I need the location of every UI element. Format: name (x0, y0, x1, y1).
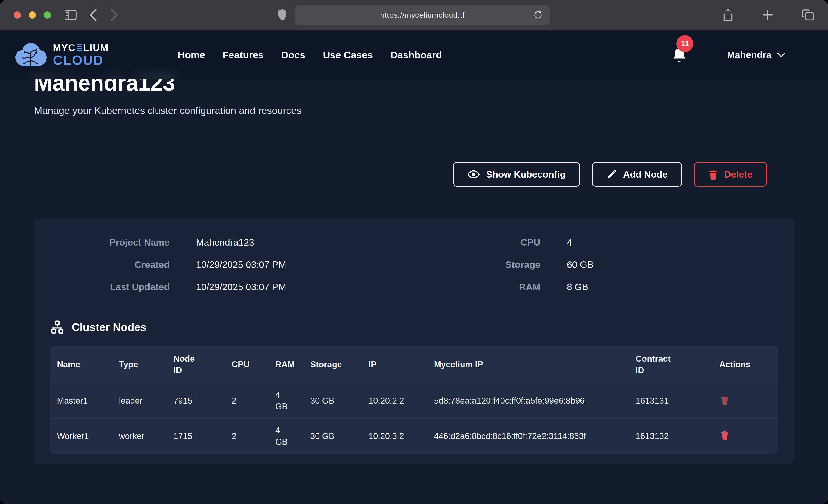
col-cpu: CPU (225, 346, 268, 383)
col-ram: RAM (268, 346, 303, 383)
cell-storage: 30 GB (303, 419, 362, 454)
col-type: Type (112, 346, 167, 383)
cell-name: Master1 (50, 383, 112, 419)
mycelium-cloud-logo-icon (14, 41, 48, 69)
new-tab-icon[interactable] (762, 9, 773, 20)
notifications-button[interactable]: 11 (672, 47, 687, 63)
address-bar[interactable]: https://myceliumcloud.tf (295, 5, 550, 25)
cell-ip: 10.20.2.2 (362, 383, 427, 419)
cell-mycelium-ip: 5d8:78ea:a120:f40c:ff0f:a5fe:99e6:8b96 (427, 383, 628, 419)
table-header-row: Name Type Node ID CPU RAM Storage IP Myc… (50, 346, 778, 383)
toolbar-right (723, 8, 814, 22)
sidebar-toggle-icon[interactable] (65, 10, 77, 20)
nav-item-dashboard[interactable]: Dashboard (390, 49, 442, 60)
main-content: Mahendra123 Manage your Kubernetes clust… (0, 30, 828, 464)
nav-item-features[interactable]: Features (222, 49, 263, 60)
info-row-project-name: Project Name Mahendra123 (50, 237, 407, 248)
browser-window: https://myceliumcloud.tf (0, 0, 828, 504)
trash-icon (708, 169, 718, 180)
info-row-ram: RAM 8 GB (421, 282, 778, 292)
info-row-cpu: CPU 4 (421, 237, 778, 248)
nav-item-docs[interactable]: Docs (281, 49, 305, 60)
add-node-button[interactable]: Add Node (592, 162, 682, 186)
cell-contract-id: 1613131 (629, 383, 712, 419)
cell-name: Worker1 (50, 419, 112, 454)
col-actions: Actions (712, 346, 778, 383)
col-contract-id: Contract ID (629, 346, 712, 383)
table-row: Master1 leader 7915 2 4 GB 30 GB 10.20.2… (50, 383, 778, 419)
brand-line1: MYC LIUM (53, 43, 109, 53)
cluster-actions: Show Kubeconfig Add Node Delete (34, 162, 794, 186)
nav-links: Home Features Docs Use Cases Dashboard (178, 49, 442, 60)
info-row-storage: Storage 60 GB (421, 259, 778, 270)
brand-text: MYC LIUM CLOUD (53, 43, 109, 67)
tab-overview-icon[interactable] (802, 9, 814, 21)
chevron-down-icon (778, 52, 785, 57)
brand-e-glyph (77, 44, 82, 51)
cell-cpu: 2 (225, 419, 268, 454)
cluster-nodes-heading: Cluster Nodes (50, 320, 778, 334)
window-controls (14, 11, 51, 18)
privacy-shield-icon[interactable] (278, 9, 287, 21)
cell-actions (712, 383, 778, 419)
cell-type: leader (112, 383, 167, 419)
minimize-window-button[interactable] (29, 11, 36, 18)
col-name: Name (50, 346, 112, 383)
cluster-nodes-table: Name Type Node ID CPU RAM Storage IP Myc… (50, 346, 778, 454)
forward-button[interactable] (110, 9, 119, 21)
cell-mycelium-ip: 446:d2a6:8bcd:8c16:ff0f:72e2:3114:863f (427, 419, 628, 454)
show-kubeconfig-button[interactable]: Show Kubeconfig (453, 162, 580, 186)
pencil-icon (607, 169, 617, 179)
zoom-window-button[interactable] (44, 11, 51, 18)
cell-node-id: 1715 (167, 419, 225, 454)
col-storage: Storage (303, 346, 362, 383)
share-icon[interactable] (723, 8, 733, 22)
delete-node-button[interactable] (719, 395, 729, 405)
cell-type: worker (112, 419, 167, 454)
notification-badge: 11 (676, 35, 693, 52)
user-name: Mahendra (727, 50, 772, 60)
cell-node-id: 7915 (167, 383, 225, 419)
close-window-button[interactable] (14, 11, 21, 18)
delete-cluster-button[interactable]: Delete (694, 162, 767, 186)
project-info: Project Name Mahendra123 CPU 4 Created 1… (50, 237, 778, 304)
brand-line2: CLOUD (53, 53, 109, 67)
network-nodes-icon (50, 320, 64, 334)
col-mycelium-ip: Mycelium IP (427, 346, 628, 383)
url-text: https://myceliumcloud.tf (380, 10, 464, 19)
cluster-details-panel: Project Name Mahendra123 CPU 4 Created 1… (34, 219, 794, 464)
info-row-created: Created 10/29/2025 03:07 PM (50, 259, 407, 270)
cell-ram: 4 GB (268, 383, 303, 419)
trash-icon (721, 395, 729, 405)
eye-icon (468, 170, 480, 179)
cell-storage: 30 GB (303, 383, 362, 419)
trash-icon (721, 430, 729, 440)
nav-item-home[interactable]: Home (178, 49, 205, 60)
cell-actions (712, 419, 778, 454)
reload-icon[interactable] (532, 5, 544, 25)
page-subtitle: Manage your Kubernetes cluster configura… (34, 105, 794, 116)
col-node-id: Node ID (167, 346, 225, 383)
info-row-last-updated: Last Updated 10/29/2025 03:07 PM (50, 282, 407, 292)
page: MYC LIUM CLOUD Home Features Docs Use Ca… (0, 30, 828, 504)
cell-ip: 10.20.3.2 (362, 419, 427, 454)
nav-right: 11 Mahendra (672, 47, 814, 63)
address-zone: https://myceliumcloud.tf (119, 5, 709, 25)
delete-node-button[interactable] (719, 430, 729, 440)
user-menu[interactable]: Mahendra (726, 49, 787, 60)
cell-ram: 4 GB (268, 419, 303, 454)
site-navbar: MYC LIUM CLOUD Home Features Docs Use Ca… (0, 30, 828, 80)
cell-cpu: 2 (225, 383, 268, 419)
back-button[interactable] (88, 9, 98, 21)
col-ip: IP (362, 346, 427, 383)
nav-item-use-cases[interactable]: Use Cases (323, 49, 373, 60)
browser-toolbar: https://myceliumcloud.tf (0, 0, 828, 30)
brand[interactable]: MYC LIUM CLOUD (14, 41, 109, 69)
cell-contract-id: 1613132 (629, 419, 712, 454)
table-row: Worker1 worker 1715 2 4 GB 30 GB 10.20.3… (50, 419, 778, 454)
